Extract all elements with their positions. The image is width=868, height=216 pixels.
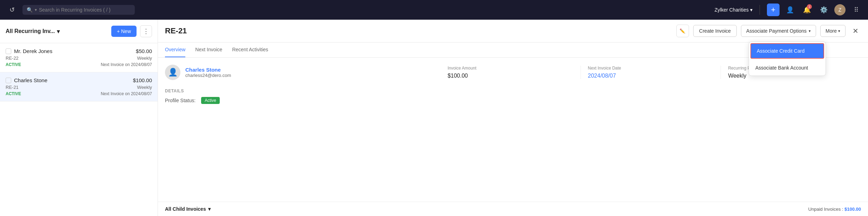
org-chevron-icon: ▾ xyxy=(750,7,753,13)
item-name: Charles Stone xyxy=(6,77,47,83)
apps-grid-button[interactable]: ⠿ xyxy=(850,4,862,16)
status-badge: Active xyxy=(201,97,220,104)
nav-divider xyxy=(760,5,760,15)
notifications-button[interactable]: 🔔 1 xyxy=(801,4,813,16)
metric-label: Next Invoice Date xyxy=(588,66,714,71)
tab-overview[interactable]: Overview xyxy=(165,42,185,57)
item-checkbox[interactable] xyxy=(6,48,11,54)
pencil-icon: ✏️ xyxy=(680,28,685,34)
customer-info: Charles Stone charless24@dero.com xyxy=(185,67,231,78)
tab-next-invoice[interactable]: Next Invoice xyxy=(195,42,222,57)
sidebar-title: All Recurring Inv... ▾ xyxy=(6,28,60,35)
top-navigation: ↺ 🔍 ▾ Zylker Charities ▾ + 👤 🔔 1 ⚙️ Z ⠿ xyxy=(0,0,868,20)
profile-status-label: Profile Status: xyxy=(165,98,196,103)
content-panel: RE-21 ✏️ Create Invoice Associate Paymen… xyxy=(158,20,868,216)
customer-name[interactable]: Charles Stone xyxy=(185,67,231,73)
search-input[interactable] xyxy=(39,7,130,13)
detail-row: Profile Status: Active xyxy=(165,97,861,104)
metric-next-invoice-date: Next Invoice Date 2024/08/07 xyxy=(581,66,721,79)
associate-bank-account-option[interactable]: Associate Bank Account xyxy=(749,60,826,76)
all-child-invoices-label[interactable]: All Child Invoices ▾ xyxy=(165,206,211,212)
item-name: Mr. Derek Jones xyxy=(6,48,52,54)
search-icon: 🔍 xyxy=(27,7,33,13)
item-next-invoice: Next Invoice on 2024/08/07 xyxy=(101,91,152,96)
doc-id: RE-21 xyxy=(165,26,672,35)
main-layout: All Recurring Inv... ▾ + New ⋮ Mr. Derek… xyxy=(0,20,868,216)
notification-count: 1 xyxy=(807,4,812,9)
close-icon: ✕ xyxy=(853,27,859,35)
content-body: 👤 Charles Stone charless24@dero.com Invo… xyxy=(158,58,868,202)
metric-value[interactable]: 2024/08/07 xyxy=(588,73,714,79)
list-item[interactable]: Mr. Derek Jones $50.00 RE-22 Weekly ACTI… xyxy=(0,43,158,72)
grid-icon: ⠿ xyxy=(854,6,859,14)
user-avatar[interactable]: Z xyxy=(834,4,846,15)
ellipsis-icon: ⋮ xyxy=(143,27,149,35)
more-chevron-icon: ▾ xyxy=(838,29,840,33)
item-status: ACTIVE xyxy=(6,62,21,67)
item-status: ACTIVE xyxy=(6,91,21,96)
item-period: Weekly xyxy=(137,85,152,90)
content-header: RE-21 ✏️ Create Invoice Associate Paymen… xyxy=(158,20,868,42)
tab-recent-activities[interactable]: Recent Activities xyxy=(232,42,268,57)
customer-email: charless24@dero.com xyxy=(185,73,231,78)
sidebar-title-chevron: ▾ xyxy=(57,28,60,35)
assoc-payment-chevron-icon: ▾ xyxy=(809,29,811,33)
more-button[interactable]: More ▾ xyxy=(820,25,846,37)
create-invoice-button[interactable]: Create Invoice xyxy=(693,25,737,37)
close-button[interactable]: ✕ xyxy=(850,25,861,37)
more-options-button[interactable]: ⋮ xyxy=(140,25,152,37)
search-dropdown-icon[interactable]: ▾ xyxy=(35,7,37,12)
refresh-button[interactable]: ↺ xyxy=(6,4,18,16)
associate-payment-options-button[interactable]: Associate Payment Options ▾ xyxy=(741,25,816,37)
details-section: DETAILS Profile Status: Active xyxy=(165,89,861,104)
item-next-invoice: Next Invoice on 2024/08/07 xyxy=(101,62,152,67)
unpaid-invoices-label: Unpaid Invoices : $100.00 xyxy=(808,207,861,212)
avatar-icon: 👤 xyxy=(168,68,178,77)
refresh-icon: ↺ xyxy=(9,6,15,14)
sidebar-header: All Recurring Inv... ▾ + New ⋮ xyxy=(0,20,158,43)
edit-button[interactable]: ✏️ xyxy=(676,25,689,37)
item-period: Weekly xyxy=(137,55,152,61)
settings-button[interactable]: ⚙️ xyxy=(817,4,830,16)
contacts-icon: 👤 xyxy=(786,6,794,14)
contacts-button[interactable]: 👤 xyxy=(784,4,796,16)
gear-icon: ⚙️ xyxy=(820,6,828,14)
unpaid-amount: $100.00 xyxy=(844,207,861,212)
plus-icon: + xyxy=(771,5,776,14)
add-button[interactable]: + xyxy=(767,4,780,16)
associate-credit-card-option[interactable]: Associate Credit Card xyxy=(750,43,824,59)
new-button[interactable]: + New xyxy=(111,26,137,37)
bottom-row: All Child Invoices ▾ Unpaid Invoices : $… xyxy=(158,202,868,216)
sidebar: All Recurring Inv... ▾ + New ⋮ Mr. Derek… xyxy=(0,20,158,216)
list-item[interactable]: Charles Stone $100.00 RE-21 Weekly ACTIV… xyxy=(0,72,158,102)
all-child-chevron-icon: ▾ xyxy=(208,206,211,212)
org-name[interactable]: Zylker Charities ▾ xyxy=(715,7,753,13)
item-checkbox[interactable] xyxy=(6,78,11,83)
metric-value: $100.00 xyxy=(448,73,574,79)
item-id: RE-21 xyxy=(6,85,19,90)
customer-avatar: 👤 xyxy=(165,65,180,80)
metric-label: Invoice Amount xyxy=(448,66,574,71)
item-id: RE-22 xyxy=(6,55,19,61)
details-title: DETAILS xyxy=(165,89,861,93)
item-amount: $50.00 xyxy=(136,48,152,54)
associate-payment-dropdown: Associate Credit Card Associate Bank Acc… xyxy=(749,41,826,76)
search-bar: 🔍 ▾ xyxy=(22,5,135,15)
metric-invoice-amount: Invoice Amount $100.00 xyxy=(448,66,581,79)
item-amount: $100.00 xyxy=(133,77,152,83)
